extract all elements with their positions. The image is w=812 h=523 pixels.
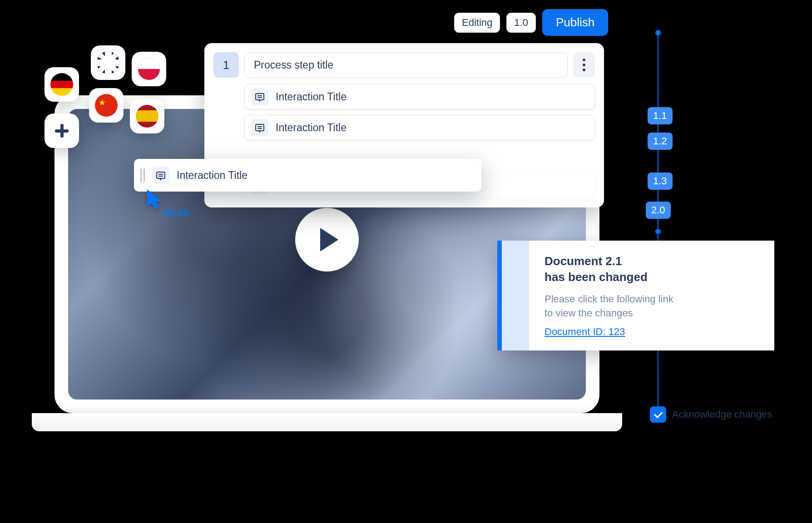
chat-icon (251, 119, 268, 136)
version-badge[interactable]: 2.0 (646, 202, 671, 219)
flag-pl[interactable] (132, 52, 166, 86)
publish-button[interactable]: Publish (542, 9, 608, 36)
change-notification: Document 2.1 has been changed Please cli… (497, 241, 774, 350)
document-link[interactable]: Document ID: 123 (545, 326, 625, 337)
drag-handle-icon[interactable] (140, 168, 145, 182)
interaction-item[interactable]: Interaction Title (244, 115, 595, 140)
version-chip: 1.0 (506, 13, 536, 33)
flag-uk[interactable] (91, 45, 125, 80)
interaction-label: Interaction Title (276, 91, 347, 103)
chat-icon (152, 167, 169, 184)
timeline-dot (655, 30, 661, 35)
flag-es[interactable] (130, 99, 164, 133)
acknowledge-label: Acknowledge changes (672, 409, 772, 420)
notification-title: Document 2.1 has been changed (545, 253, 673, 285)
notification-text: Please click the following link to view … (545, 292, 673, 321)
interaction-item[interactable]: Interaction Title (244, 84, 595, 109)
chat-icon (251, 88, 268, 105)
laptop-base (32, 413, 622, 431)
flag-de[interactable] (45, 67, 79, 102)
add-language-button[interactable] (45, 113, 79, 148)
version-badge[interactable]: 1.2 (648, 133, 673, 150)
step-number: 1 (213, 52, 239, 78)
version-badge[interactable]: 1.3 (648, 173, 673, 190)
notification-body: Document 2.1 has been changed Please cli… (529, 241, 689, 350)
interaction-label: Interaction Title (177, 169, 248, 182)
top-status-bar: Editing 1.0 Publish (454, 9, 608, 36)
cursor-user-label: Mark (163, 206, 190, 220)
cursor-icon (145, 188, 163, 210)
step-header-row: 1 Process step title (213, 52, 595, 78)
notification-accent (502, 241, 529, 350)
interaction-label: Interaction Title (276, 122, 347, 134)
collaborator-cursor: Mark (145, 188, 163, 212)
status-chip: Editing (454, 13, 500, 33)
version-badge[interactable]: 1.1 (648, 107, 673, 124)
timeline-line (658, 32, 659, 418)
timeline-dot (655, 229, 661, 234)
dragging-interaction[interactable]: Interaction Title (134, 159, 481, 192)
step-title-input[interactable]: Process step title (244, 52, 568, 78)
step-menu-button[interactable] (573, 52, 595, 78)
plus-icon (55, 124, 69, 138)
acknowledge-checkbox[interactable] (650, 406, 666, 423)
play-button[interactable] (295, 208, 359, 271)
play-icon (320, 228, 338, 252)
flag-cn[interactable] (89, 88, 124, 123)
